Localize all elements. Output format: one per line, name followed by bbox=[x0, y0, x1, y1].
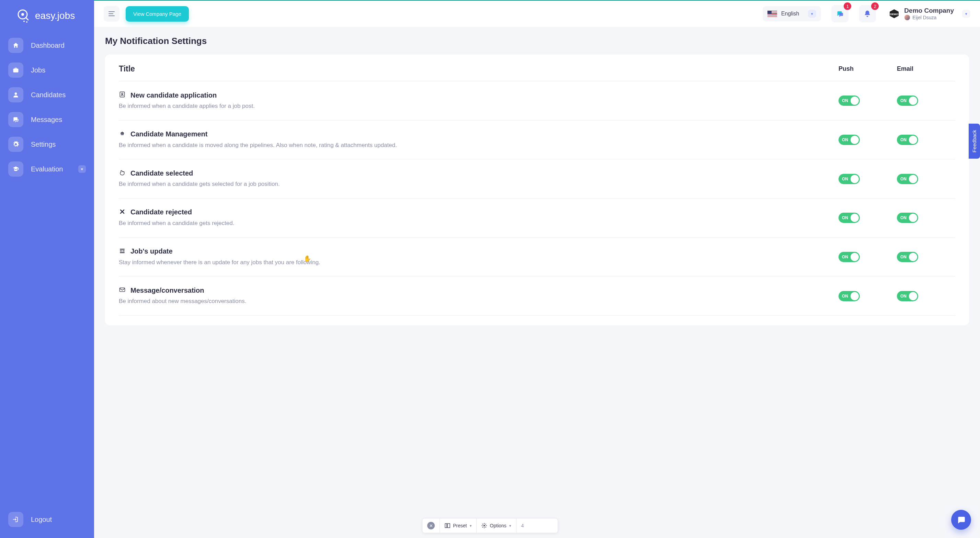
feedback-tab[interactable]: Feedback bbox=[969, 124, 980, 159]
push-toggle[interactable]: ON bbox=[838, 291, 860, 301]
toggle-label: ON bbox=[900, 294, 907, 299]
preset-dropdown[interactable]: Preset ▾ bbox=[440, 519, 477, 533]
hand-up-icon bbox=[119, 169, 126, 177]
row-description: Be informed when a candidate gets reject… bbox=[119, 219, 838, 228]
company-logo-icon: DEMO bbox=[889, 9, 899, 19]
push-toggle[interactable]: ON bbox=[838, 252, 860, 262]
settings-row: Candidate Management Be informed when a … bbox=[119, 121, 955, 160]
x-icon bbox=[119, 208, 126, 216]
push-toggle[interactable]: ON bbox=[838, 174, 860, 184]
floating-close-button[interactable]: ✕ bbox=[422, 519, 440, 533]
svg-rect-11 bbox=[120, 249, 124, 250]
svg-rect-14 bbox=[120, 252, 124, 253]
graduation-icon bbox=[12, 166, 19, 172]
row-title: New candidate application bbox=[130, 91, 217, 99]
settings-row: New candidate application Be informed wh… bbox=[119, 81, 955, 121]
email-toggle[interactable]: ON bbox=[897, 174, 918, 184]
notifications-button[interactable]: 2 bbox=[859, 5, 876, 22]
sidebar-item-logout[interactable]: Logout bbox=[8, 507, 86, 532]
row-description: Stay informed whenever there is an updat… bbox=[119, 259, 838, 267]
chevron-down-icon: ▾ bbox=[78, 165, 86, 173]
svg-line-2 bbox=[26, 18, 28, 20]
row-title: Candidate selected bbox=[130, 169, 193, 177]
toggle-label: ON bbox=[842, 177, 848, 181]
chat-icon bbox=[836, 10, 844, 18]
svg-point-5 bbox=[15, 93, 17, 95]
close-icon: ✕ bbox=[427, 522, 435, 529]
email-toggle[interactable]: ON bbox=[897, 213, 918, 223]
brand-logo[interactable]: easy.jobs bbox=[0, 6, 94, 33]
toggle-label: ON bbox=[842, 98, 848, 103]
messages-badge: 1 bbox=[844, 2, 851, 10]
settings-row: Candidate selected Be informed when a ca… bbox=[119, 160, 955, 199]
settings-row: Candidate rejected Be informed when a ca… bbox=[119, 199, 955, 238]
chat-bubble-icon bbox=[957, 515, 966, 524]
svg-rect-15 bbox=[120, 288, 125, 292]
briefcase-icon bbox=[12, 67, 19, 73]
chevron-down-icon: ▾ bbox=[962, 10, 970, 18]
options-dropdown[interactable]: Options ▾ bbox=[477, 519, 516, 533]
toggle-label: ON bbox=[900, 98, 907, 103]
email-toggle[interactable]: ON bbox=[897, 291, 918, 301]
svg-point-9 bbox=[122, 93, 123, 94]
brand-name: easy.jobs bbox=[35, 10, 75, 21]
row-title: Candidate rejected bbox=[130, 208, 192, 216]
toggle-label: ON bbox=[842, 216, 848, 220]
sidebar-item-jobs[interactable]: Jobs bbox=[8, 58, 86, 83]
settings-row: Job's update Stay informed whenever ther… bbox=[119, 238, 955, 277]
bell-icon bbox=[864, 10, 871, 18]
menu-toggle-button[interactable] bbox=[104, 6, 119, 22]
svg-point-18 bbox=[484, 525, 485, 526]
sidebar-item-label: Messages bbox=[31, 116, 62, 124]
list-icon bbox=[119, 247, 126, 255]
row-description: Be informed about new messages/conversat… bbox=[119, 297, 838, 306]
avatar bbox=[904, 14, 910, 21]
sidebar-item-settings[interactable]: Settings bbox=[8, 132, 86, 156]
language-select[interactable]: English ▾ bbox=[763, 6, 821, 21]
topbar: View Company Page English ▾ 1 2 DEMO Dem… bbox=[94, 0, 980, 27]
email-toggle[interactable]: ON bbox=[897, 135, 918, 145]
messages-button[interactable]: 1 bbox=[831, 5, 848, 22]
page-number-input[interactable]: 4 bbox=[516, 519, 558, 533]
notifications-badge: 2 bbox=[871, 2, 879, 10]
push-toggle[interactable]: ON bbox=[838, 213, 860, 223]
sidebar-item-label: Evaluation bbox=[31, 165, 63, 173]
layout-icon bbox=[445, 523, 450, 528]
sidebar-item-label: Logout bbox=[31, 516, 52, 524]
row-title: Job's update bbox=[130, 247, 173, 255]
sidebar-item-candidates[interactable]: Candidates bbox=[8, 83, 86, 107]
row-description: Be informed when a candidate applies for… bbox=[119, 102, 838, 111]
sidebar-item-label: Jobs bbox=[31, 66, 45, 74]
view-company-button[interactable]: View Company Page bbox=[126, 6, 189, 22]
email-toggle[interactable]: ON bbox=[897, 96, 918, 106]
gear-icon bbox=[482, 523, 487, 528]
svg-point-4 bbox=[26, 21, 27, 23]
id-badge-icon bbox=[119, 91, 126, 99]
push-toggle[interactable]: ON bbox=[838, 135, 860, 145]
sidebar-item-evaluation[interactable]: Evaluation ▾ bbox=[8, 156, 86, 181]
sidebar-item-label: Candidates bbox=[31, 91, 65, 99]
toggle-label: ON bbox=[900, 137, 907, 142]
push-toggle[interactable]: ON bbox=[838, 96, 860, 106]
svg-point-1 bbox=[21, 13, 24, 16]
home-icon bbox=[12, 42, 19, 49]
sidebar-item-label: Settings bbox=[31, 140, 56, 148]
settings-row: Message/conversation Be informed about n… bbox=[119, 276, 955, 316]
email-toggle[interactable]: ON bbox=[897, 252, 918, 262]
user-menu[interactable]: DEMO Demo Company Eijel Dsuza ▾ bbox=[889, 7, 970, 21]
chat-widget-button[interactable] bbox=[951, 510, 971, 530]
svg-rect-13 bbox=[123, 251, 125, 251]
svg-rect-16 bbox=[445, 524, 447, 528]
chevron-down-icon: ▾ bbox=[509, 524, 511, 528]
toggle-label: ON bbox=[900, 216, 907, 220]
hamburger-icon bbox=[108, 11, 115, 16]
sidebar-item-dashboard[interactable]: Dashboard bbox=[8, 33, 86, 58]
column-title: Title bbox=[119, 64, 838, 73]
language-label: English bbox=[781, 11, 799, 17]
content-area: My Notification Settings Title Push Emai… bbox=[94, 27, 980, 538]
page-title: My Notification Settings bbox=[105, 36, 969, 46]
column-push: Push bbox=[838, 64, 897, 73]
user-icon bbox=[12, 91, 19, 98]
settings-card: Title Push Email New candidate applicati… bbox=[105, 54, 969, 325]
sidebar-item-messages[interactable]: Messages bbox=[8, 107, 86, 132]
